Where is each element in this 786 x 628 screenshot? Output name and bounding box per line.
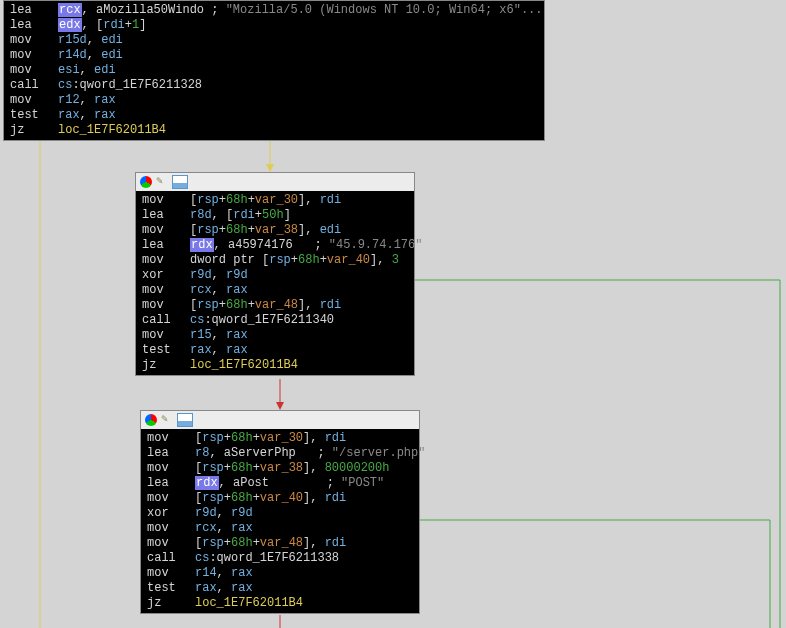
operand-reg: rax xyxy=(231,521,253,535)
asm-line[interactable]: lear8, aServerPhp ; "/server.php" xyxy=(147,446,413,461)
operand-white: , xyxy=(80,63,94,77)
operand-reg: rsp xyxy=(197,193,219,207)
operand-white: , aPost ; xyxy=(219,476,341,490)
operand-white: , xyxy=(217,506,231,520)
operand-mem: 68h xyxy=(226,298,248,312)
mnemonic: jz xyxy=(147,596,195,611)
color-wheel-icon[interactable] xyxy=(140,176,152,188)
operand-reg: rsp xyxy=(202,461,224,475)
asm-line[interactable]: movr14, rax xyxy=(147,566,413,581)
operand-reg: r9d xyxy=(195,506,217,520)
asm-line[interactable]: testrax, rax xyxy=(147,581,413,596)
operand-reg: cs xyxy=(195,551,209,565)
mnemonic: test xyxy=(147,581,195,596)
operand-reg: r8d xyxy=(190,208,212,222)
asm-line[interactable]: leardx, aPost ; "POST" xyxy=(147,476,413,491)
operand-reg: rax xyxy=(226,328,248,342)
asm-line[interactable]: callcs:qword_1E7F6211328 xyxy=(10,78,538,93)
asm-line[interactable]: leaedx, [rdi+1] xyxy=(10,18,538,33)
asm-line[interactable]: callcs:qword_1E7F6211340 xyxy=(142,313,408,328)
asm-line[interactable]: mov[rsp+68h+var_30], rdi xyxy=(142,193,408,208)
operand-var: var_30 xyxy=(260,431,303,445)
asm-line[interactable]: jzloc_1E7F62011B4 xyxy=(147,596,413,611)
asm-line[interactable]: movr15, rax xyxy=(142,328,408,343)
asm-block-1[interactable]: learcx, aMozilla50Windo ; "Mozilla/5.0 (… xyxy=(3,0,545,141)
asm-line[interactable]: leardx, a45974176 ; "45.9.74.176" xyxy=(142,238,408,253)
operand-label: loc_1E7F62011B4 xyxy=(195,596,303,610)
mnemonic: call xyxy=(147,551,195,566)
operand-reg: rcx xyxy=(190,283,212,297)
operand-reg: r8 xyxy=(195,446,209,460)
asm-block-3[interactable]: mov[rsp+68h+var_30], rdilear8, aServerPh… xyxy=(140,410,420,614)
operand-reg: rdi xyxy=(320,193,342,207)
color-wheel-icon[interactable] xyxy=(145,414,157,426)
operand-reg: rsp xyxy=(197,298,219,312)
edit-icon[interactable] xyxy=(156,176,168,188)
mnemonic: xor xyxy=(147,506,195,521)
edit-icon[interactable] xyxy=(161,414,173,426)
operand-mem: 68h xyxy=(231,431,253,445)
operand-white: + xyxy=(248,223,255,237)
asm-line[interactable]: movr12, rax xyxy=(10,93,538,108)
asm-line[interactable]: movrcx, rax xyxy=(147,521,413,536)
operand-var: var_48 xyxy=(255,298,298,312)
operand-reg: rcx xyxy=(195,521,217,535)
asm-line[interactable]: lear8d, [rdi+50h] xyxy=(142,208,408,223)
operand-white: , aServerPhp ; xyxy=(209,446,331,460)
operand-reg: rdi xyxy=(233,208,255,222)
operand-hl: rcx xyxy=(58,3,82,17)
operand-white: ], xyxy=(303,461,325,475)
asm-line[interactable]: mov[rsp+68h+var_48], rdi xyxy=(147,536,413,551)
asm-line[interactable]: callcs:qword_1E7F6211338 xyxy=(147,551,413,566)
mnemonic: call xyxy=(10,78,58,93)
chart-icon[interactable] xyxy=(172,175,188,189)
operand-reg: rax xyxy=(58,108,80,122)
chart-icon[interactable] xyxy=(177,413,193,427)
operand-var: var_40 xyxy=(327,253,370,267)
operand-white: , xyxy=(80,108,94,122)
operand-reg: r14d xyxy=(58,48,87,62)
asm-block-2[interactable]: mov[rsp+68h+var_30], rdilear8d, [rdi+50h… xyxy=(135,172,415,376)
asm-line[interactable]: movesi, edi xyxy=(10,63,538,78)
operand-white: + xyxy=(253,491,260,505)
operand-reg: rax xyxy=(231,581,253,595)
asm-line[interactable]: xorr9d, r9d xyxy=(147,506,413,521)
asm-line[interactable]: movdword ptr [rsp+68h+var_40], 3 xyxy=(142,253,408,268)
mnemonic: mov xyxy=(147,566,195,581)
asm-line[interactable]: xorr9d, r9d xyxy=(142,268,408,283)
asm-line[interactable]: movrcx, rax xyxy=(142,283,408,298)
operand-white: qword_1E7F6211340 xyxy=(212,313,334,327)
asm-line[interactable]: movr15d, edi xyxy=(10,33,538,48)
mnemonic: mov xyxy=(10,33,58,48)
operand-white: , xyxy=(87,33,101,47)
operand-mem: 68h xyxy=(226,223,248,237)
asm-line[interactable]: testrax, rax xyxy=(142,343,408,358)
operand-mem: 68h xyxy=(231,491,253,505)
asm-line[interactable]: jzloc_1E7F62011B4 xyxy=(142,358,408,373)
operand-reg: edi xyxy=(101,48,123,62)
operand-white: , xyxy=(212,328,226,342)
operand-white: , [ xyxy=(212,208,234,222)
operand-white: , xyxy=(87,48,101,62)
operand-hl: edx xyxy=(58,18,82,32)
operand-white: , xyxy=(217,581,231,595)
asm-line[interactable]: jzloc_1E7F62011B4 xyxy=(10,123,538,138)
operand-white: : xyxy=(209,551,216,565)
svg-marker-0 xyxy=(266,164,274,172)
asm-line[interactable]: testrax, rax xyxy=(10,108,538,123)
operand-reg: r9d xyxy=(231,506,253,520)
asm-line[interactable]: learcx, aMozilla50Windo ; "Mozilla/5.0 (… xyxy=(10,3,538,18)
mnemonic: mov xyxy=(10,93,58,108)
asm-line[interactable]: mov[rsp+68h+var_30], rdi xyxy=(147,431,413,446)
asm-line[interactable]: mov[rsp+68h+var_48], rdi xyxy=(142,298,408,313)
asm-line[interactable]: mov[rsp+68h+var_40], rdi xyxy=(147,491,413,506)
asm-line[interactable]: mov[rsp+68h+var_38], edi xyxy=(142,223,408,238)
operand-var: var_38 xyxy=(260,461,303,475)
operand-white: + xyxy=(224,491,231,505)
operand-mem: 68h xyxy=(298,253,320,267)
mnemonic: lea xyxy=(10,3,58,18)
operand-reg: r15d xyxy=(58,33,87,47)
asm-line[interactable]: movr14d, edi xyxy=(10,48,538,63)
asm-line[interactable]: mov[rsp+68h+var_38], 80000200h xyxy=(147,461,413,476)
mnemonic: lea xyxy=(142,208,190,223)
